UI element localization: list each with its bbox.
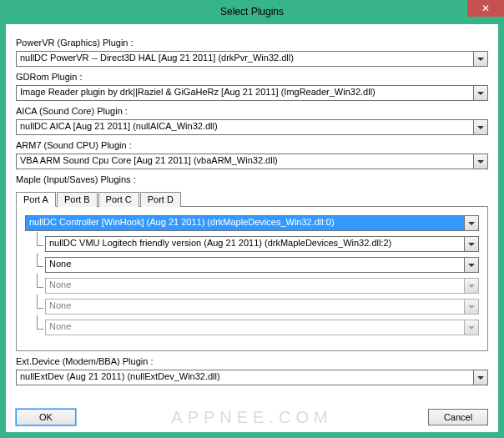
- chevron-down-icon: [464, 237, 478, 251]
- chevron-down-icon: [464, 320, 478, 335]
- dropdown-subdevice-3[interactable]: None: [45, 278, 479, 294]
- subdevice-row-4: None: [25, 299, 479, 315]
- subdevice-row-2: None: [25, 257, 479, 273]
- chevron-down-icon: [473, 370, 487, 385]
- window-title: Select Plugins: [0, 6, 504, 18]
- dropdown-subdevice-1[interactable]: nullDC VMU Logitech friendly version (Au…: [45, 236, 479, 252]
- dropdown-arm7[interactable]: VBA ARM Sound Cpu Core [Aug 21 2011] (vb…: [16, 154, 488, 169]
- tree-connector-icon: [35, 300, 43, 315]
- dropdown-aica[interactable]: nullDC AICA [Aug 21 2011] (nullAICA_Win3…: [16, 119, 488, 135]
- dropdown-arm7-value: VBA ARM Sound Cpu Core [Aug 21 2011] (vb…: [17, 154, 473, 169]
- dropdown-subdevice-5[interactable]: None: [45, 320, 479, 335]
- label-aica: AICA (Sound Core) Plugin :: [16, 106, 488, 116]
- tabpanel-port-a: nullDC Controller [WinHook] (Aug 21 2011…: [16, 206, 488, 351]
- dropdown-gdrom-value: Image Reader plugin by drk||Raziel & GiG…: [17, 86, 473, 100]
- chevron-down-icon: [464, 300, 478, 314]
- dropdown-extdev-value: nullExtDev (Aug 21 2011) (nullExtDev_Win…: [17, 370, 473, 385]
- label-maple: Maple (Input/Saves) Plugins :: [16, 174, 488, 184]
- label-powervr: PowerVR (Graphics) Plugin :: [16, 38, 488, 48]
- subdevice-row-1: nullDC VMU Logitech friendly version (Au…: [25, 236, 479, 252]
- tree-connector-icon: [35, 279, 43, 294]
- label-gdrom: GDRom Plugin :: [16, 72, 488, 82]
- titlebar: Select Plugins ✕: [0, 0, 504, 23]
- chevron-down-icon: [464, 258, 478, 272]
- tab-port-c[interactable]: Port C: [98, 192, 139, 207]
- chevron-down-icon: [473, 120, 487, 134]
- cancel-button[interactable]: Cancel: [428, 409, 488, 425]
- dialog-body: PowerVR (Graphics) Plugin : nullDC Power…: [5, 23, 499, 433]
- tree-connector-icon: [35, 237, 43, 252]
- close-button[interactable]: ✕: [467, 0, 504, 17]
- dropdown-gdrom[interactable]: Image Reader plugin by drk||Raziel & GiG…: [16, 85, 488, 101]
- dropdown-controller[interactable]: nullDC Controller [WinHook] (Aug 21 2011…: [25, 215, 479, 231]
- ok-button[interactable]: OK: [16, 409, 76, 425]
- tab-port-d[interactable]: Port D: [140, 192, 181, 207]
- close-icon: ✕: [481, 3, 490, 14]
- dropdown-aica-value: nullDC AICA [Aug 21 2011] (nullAICA_Win3…: [17, 120, 473, 134]
- chevron-down-icon: [464, 279, 478, 293]
- dropdown-controller-value: nullDC Controller [WinHook] (Aug 21 2011…: [26, 216, 464, 230]
- tree-connector-icon: [35, 320, 43, 335]
- dropdown-subdevice-1-value: nullDC VMU Logitech friendly version (Au…: [46, 237, 464, 251]
- subdevice-row-3: None: [25, 278, 479, 294]
- dropdown-extdev[interactable]: nullExtDev (Aug 21 2011) (nullExtDev_Win…: [16, 370, 488, 385]
- tab-port-b[interactable]: Port B: [57, 192, 98, 207]
- tab-port-a[interactable]: Port A: [16, 192, 56, 207]
- button-row: OK Cancel: [16, 402, 488, 425]
- chevron-down-icon: [473, 52, 487, 66]
- dropdown-subdevice-4-value: None: [46, 300, 464, 314]
- spacer: [76, 409, 428, 425]
- dropdown-subdevice-4[interactable]: None: [45, 299, 479, 315]
- dropdown-powervr[interactable]: nullDC PowerVR -- Direct3D HAL [Aug 21 2…: [16, 51, 488, 67]
- tabstrip-ports: Port A Port B Port C Port D: [16, 191, 488, 206]
- dropdown-subdevice-2-value: None: [46, 258, 464, 272]
- chevron-down-icon: [473, 86, 487, 100]
- tree-connector-icon: [35, 258, 43, 273]
- dropdown-subdevice-2[interactable]: None: [45, 257, 479, 273]
- dropdown-powervr-value: nullDC PowerVR -- Direct3D HAL [Aug 21 2…: [17, 52, 473, 66]
- chevron-down-icon: [464, 216, 478, 230]
- chevron-down-icon: [473, 154, 487, 169]
- dropdown-subdevice-3-value: None: [46, 279, 464, 293]
- label-extdev: Ext.Device (Modem/BBA) Plugin :: [16, 356, 488, 366]
- label-arm7: ARM7 (Sound CPU) Plugin :: [16, 140, 488, 150]
- dropdown-subdevice-5-value: None: [46, 320, 464, 335]
- subdevice-row-5: None: [25, 320, 479, 335]
